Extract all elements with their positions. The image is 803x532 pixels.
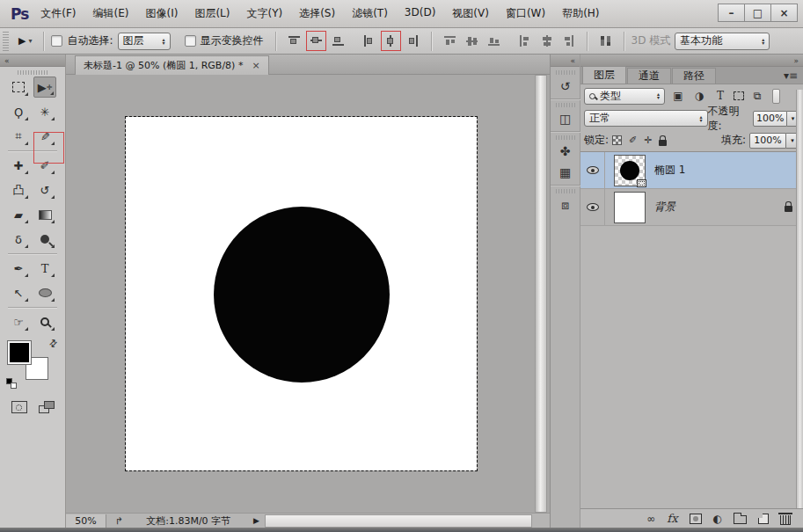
gradient-tool[interactable] [33, 204, 56, 225]
menu-select[interactable]: 选择(S) [299, 6, 335, 21]
filter-smart-objects-icon[interactable]: ⧉ [749, 90, 765, 102]
panel-dock-header[interactable]: » [580, 55, 803, 67]
type-tool[interactable]: T [33, 258, 56, 279]
tab-paths[interactable]: 路径 [672, 68, 716, 84]
filter-pixel-layers-icon[interactable]: ▣ [670, 90, 686, 102]
distribute-bottom-edges-button[interactable] [486, 33, 501, 48]
menu-view[interactable]: 视图(V) [452, 6, 489, 21]
align-right-edges-button[interactable] [405, 33, 420, 48]
default-colors-icon[interactable] [6, 378, 17, 389]
brush-tool[interactable]: ✐ [33, 155, 56, 176]
menu-layer[interactable]: 图层(L) [194, 6, 230, 21]
blend-mode-dropdown[interactable]: 正常 ▴▾ [584, 110, 708, 127]
visibility-toggle[interactable] [580, 152, 605, 188]
path-selection-tool[interactable]: ↖ [7, 282, 30, 303]
zoom-tool[interactable] [33, 311, 56, 332]
auto-align-layers-button[interactable] [598, 33, 613, 48]
new-layer-icon[interactable] [758, 514, 769, 524]
history-brush-tool[interactable]: ↺ [33, 179, 56, 200]
show-transform-checkbox[interactable] [185, 35, 196, 47]
menu-filter[interactable]: 滤镜(T) [352, 6, 388, 21]
rectangular-marquee-tool[interactable] [7, 77, 30, 98]
zoom-level-field[interactable]: 50% [66, 514, 106, 528]
spot-healing-brush-tool[interactable]: ✚ [7, 155, 30, 176]
layer-thumbnail[interactable] [614, 192, 646, 223]
document-canvas[interactable] [126, 117, 477, 470]
menu-image[interactable]: 图像(I) [146, 6, 179, 21]
export-icon[interactable]: ↱ [115, 515, 123, 527]
close-button[interactable]: × [770, 4, 798, 22]
distribute-horizontal-centers-button[interactable] [539, 33, 554, 48]
layer-name[interactable]: 背景 [654, 200, 675, 215]
distribute-top-edges-button[interactable] [442, 33, 457, 48]
lock-position-icon[interactable]: ✛ [644, 135, 652, 146]
foreground-color-swatch[interactable] [8, 341, 31, 364]
tab-layers[interactable]: 图层 [582, 66, 626, 84]
tab-channels[interactable]: 通道 [627, 68, 671, 84]
auto-select-dropdown[interactable]: 图层 ▴▾ [118, 33, 171, 50]
color-panel-button[interactable]: ✤ [555, 142, 576, 161]
document-tab[interactable]: 未标题-1 @ 50% (椭圆 1, RGB/8) * × [75, 55, 269, 75]
blur-tool[interactable]: δ [7, 229, 30, 250]
filter-type-dropdown[interactable]: 类型 ▴▾ [584, 88, 665, 105]
quick-mask-button[interactable] [11, 401, 27, 413]
panel-scrollbar[interactable] [796, 90, 803, 508]
swap-colors-icon[interactable]: ⇄ [47, 337, 61, 351]
layer-style-icon[interactable]: fx [667, 512, 677, 525]
layer-thumbnail[interactable] [614, 155, 646, 186]
auto-select-checkbox[interactable] [51, 35, 62, 47]
tab-close-icon[interactable]: × [252, 60, 259, 71]
layer-row-background[interactable]: 背景 [580, 189, 803, 226]
filter-shape-layers-icon[interactable] [734, 91, 744, 100]
properties-panel-button[interactable]: ◫ [555, 109, 576, 128]
filter-adjustment-layers-icon[interactable]: ◑ [691, 90, 707, 102]
distribute-vertical-centers-button[interactable] [464, 33, 479, 48]
move-tool-preset[interactable]: ▶ ▾ [14, 33, 36, 48]
new-adjustment-layer-icon[interactable]: ◐ [713, 513, 722, 525]
lasso-tool[interactable]: Ϙ [7, 101, 30, 122]
lock-all-icon[interactable] [659, 140, 667, 146]
dock-header[interactable]: « [551, 55, 580, 67]
ellipse-shape-tool[interactable] [33, 282, 56, 303]
distribute-right-edges-button[interactable] [561, 33, 576, 48]
eraser-tool[interactable]: ▰ [7, 204, 30, 225]
menu-type[interactable]: 文字(Y) [246, 6, 282, 21]
filter-type-layers-icon[interactable]: T [712, 90, 728, 102]
menu-help[interactable]: 帮助(H) [562, 6, 599, 21]
align-horizontal-centers-button[interactable] [383, 33, 398, 48]
dodge-tool[interactable] [33, 229, 56, 250]
3d-mode-dropdown[interactable]: 基本功能 ▴▾ [675, 33, 770, 50]
align-vertical-centers-button[interactable] [309, 33, 324, 48]
visibility-toggle[interactable] [580, 189, 605, 225]
eyedropper-tool[interactable]: ✎ [33, 126, 56, 147]
ellipse-shape[interactable] [214, 207, 390, 383]
3d-panel-button[interactable]: ⧈ [555, 195, 576, 215]
tools-panel-header[interactable]: « [0, 55, 65, 67]
clone-stamp-tool[interactable]: 凸 [7, 179, 30, 200]
hand-tool[interactable]: ☞ [7, 311, 30, 332]
status-options-arrow-icon[interactable]: ▶ [253, 516, 259, 525]
filter-toggle-switch[interactable] [772, 89, 780, 104]
menu-3d[interactable]: 3D(D) [405, 6, 435, 21]
delete-layer-icon[interactable] [780, 515, 791, 525]
history-panel-button[interactable]: ↺ [555, 77, 576, 96]
move-tool-selected[interactable]: ▶✛ [33, 77, 56, 98]
minimize-button[interactable]: – [718, 4, 745, 22]
menu-edit[interactable]: 编辑(E) [93, 6, 129, 21]
crop-tool[interactable]: ⌗ [7, 126, 30, 147]
link-layers-icon[interactable]: ∞ [646, 513, 655, 525]
screen-mode-button[interactable] [39, 401, 55, 413]
pen-tool[interactable]: ✒ [7, 258, 30, 279]
horizontal-scrollbar[interactable] [265, 514, 532, 528]
menu-window[interactable]: 窗口(W) [506, 6, 545, 21]
maximize-button[interactable]: □ [744, 4, 771, 22]
layer-row-ellipse[interactable]: 椭圆 1 [580, 152, 803, 189]
fill-value[interactable]: 100% [749, 133, 786, 149]
vertical-scrollbar[interactable] [535, 75, 547, 513]
align-left-edges-button[interactable] [361, 33, 376, 48]
distribute-left-edges-button[interactable] [517, 33, 532, 48]
magic-wand-tool[interactable]: ✳ [33, 101, 56, 122]
align-bottom-edges-button[interactable] [331, 33, 346, 48]
opacity-value[interactable]: 100% [753, 111, 787, 127]
panel-menu-icon[interactable]: ▾≡ [784, 69, 798, 82]
